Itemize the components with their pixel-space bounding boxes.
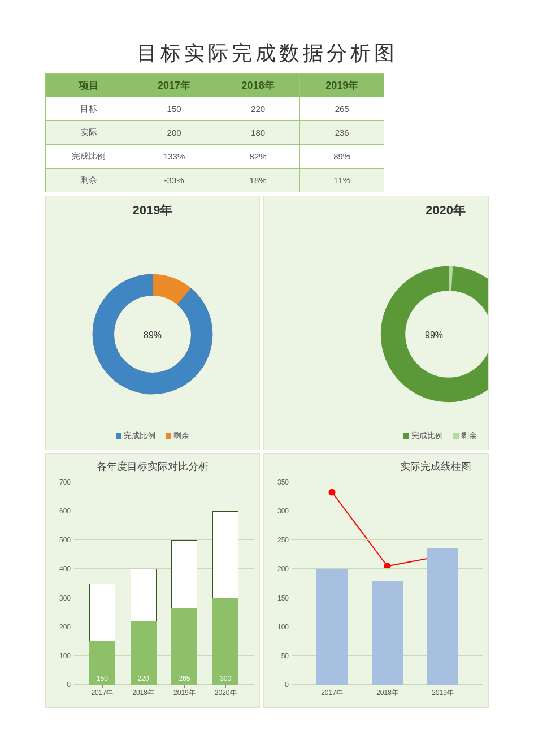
grid-line <box>292 511 483 511</box>
row-label: 剩余 <box>46 169 132 192</box>
y-tick-label: 500 <box>59 536 74 544</box>
data-table: 项目 2017年 2018年 2019年 目标 150 220 265 实际 2… <box>45 73 384 192</box>
row-label: 完成比例 <box>46 145 132 169</box>
cell: 200 <box>132 121 216 145</box>
table-row: 剩余 -33% 18% 11% <box>46 169 384 192</box>
bar-value-label: 150 <box>89 675 115 682</box>
y-tick-label: 350 <box>277 478 292 486</box>
cell: -33% <box>132 169 216 192</box>
bar-fill: 300 <box>212 598 238 685</box>
y-tick-label: 0 <box>67 681 74 689</box>
cell: 180 <box>216 121 300 145</box>
bar-value-label: 220 <box>131 675 157 682</box>
plot-area: 01002003004005006007001502017年2202018年26… <box>74 482 254 685</box>
chart-title: 2020年 <box>264 196 488 219</box>
bar-fill: 220 <box>131 621 157 685</box>
chart-title: 2019年 <box>46 196 259 219</box>
legend-label: 剩余 <box>461 431 477 440</box>
cell: 150 <box>132 97 216 121</box>
combo-bar <box>427 548 458 685</box>
table-row: 完成比例 133% 82% 89% <box>46 145 384 169</box>
trend-point <box>329 489 336 495</box>
bar-value-label: 265 <box>171 675 197 682</box>
cell: 133% <box>132 145 216 169</box>
cell: 82% <box>216 145 300 169</box>
cell: 220 <box>216 97 300 121</box>
table-header: 2018年 <box>216 74 300 97</box>
cell: 89% <box>300 145 384 169</box>
donut-chart-2019: 2019年 89% 完成比例 剩余 <box>45 196 260 450</box>
row-label: 目标 <box>46 97 132 121</box>
legend-label: 完成比例 <box>124 431 155 440</box>
grid-line <box>292 482 483 482</box>
combo-bar <box>316 569 348 685</box>
grid-line <box>292 539 483 540</box>
y-tick-label: 200 <box>277 565 292 573</box>
y-tick-label: 200 <box>59 623 74 631</box>
grid-line <box>74 482 254 482</box>
legend-swatch <box>166 433 171 439</box>
y-tick-label: 300 <box>59 594 74 602</box>
bar-chart-compare: 各年度目标实际对比分析 0100200300400500600700150201… <box>45 453 260 708</box>
plot-area: 0501001502002503003502017年2018年2019年 <box>292 482 483 685</box>
trend-line <box>332 492 443 566</box>
table-row: 实际 200 180 236 <box>46 121 384 145</box>
legend-label: 完成比例 <box>411 431 443 440</box>
chart-title: 实际完成线柱图 <box>264 454 488 476</box>
bar-value-label: 300 <box>212 675 238 682</box>
legend-swatch <box>403 433 409 439</box>
y-tick-label: 300 <box>277 507 292 515</box>
cell: 18% <box>216 169 300 192</box>
bar-fill: 265 <box>171 608 197 685</box>
chart-legend: 完成比例 剩余 <box>264 431 488 441</box>
combo-chart: 实际完成线柱图 0501001502002503003502017年2018年2… <box>263 453 489 708</box>
y-tick-label: 0 <box>285 681 292 689</box>
x-tick-label: 2020年 <box>215 685 237 698</box>
y-tick-label: 250 <box>277 536 292 544</box>
x-tick-label: 2018年 <box>376 685 398 698</box>
y-tick-label: 400 <box>59 565 74 573</box>
table-row: 目标 150 220 265 <box>46 97 384 121</box>
cell: 265 <box>300 97 384 121</box>
row-label: 实际 <box>46 121 132 145</box>
cell: 11% <box>300 169 384 192</box>
legend-swatch <box>116 433 121 439</box>
x-tick-label: 2019年 <box>173 685 196 698</box>
table-header: 项目 <box>46 74 132 97</box>
donut-center-label: 99% <box>425 330 443 340</box>
chart-legend: 完成比例 剩余 <box>46 431 259 441</box>
chart-title: 各年度目标实际对比分析 <box>46 454 259 476</box>
y-tick-label: 100 <box>277 623 292 631</box>
table-header: 2019年 <box>300 74 384 97</box>
legend-label: 剩余 <box>173 431 189 440</box>
donut-chart-2020: 2020年 99% 完成比例 剩余 <box>263 196 489 450</box>
y-tick-label: 150 <box>277 594 292 602</box>
x-tick-label: 2017年 <box>321 685 343 698</box>
cell: 236 <box>300 121 384 145</box>
y-tick-label: 600 <box>59 507 74 515</box>
y-tick-label: 50 <box>281 652 292 660</box>
legend-swatch <box>453 433 459 439</box>
x-tick-label: 2019年 <box>432 685 454 698</box>
page-title: 目标实际完成数据分析图 <box>45 40 489 67</box>
y-tick-label: 100 <box>59 652 74 660</box>
combo-bar <box>372 581 403 685</box>
donut-center-label: 89% <box>144 330 162 340</box>
bar-fill: 150 <box>89 641 115 685</box>
table-header: 2017年 <box>132 74 216 97</box>
y-tick-label: 700 <box>59 478 74 486</box>
x-tick-label: 2018年 <box>132 685 154 698</box>
x-tick-label: 2017年 <box>91 685 113 698</box>
